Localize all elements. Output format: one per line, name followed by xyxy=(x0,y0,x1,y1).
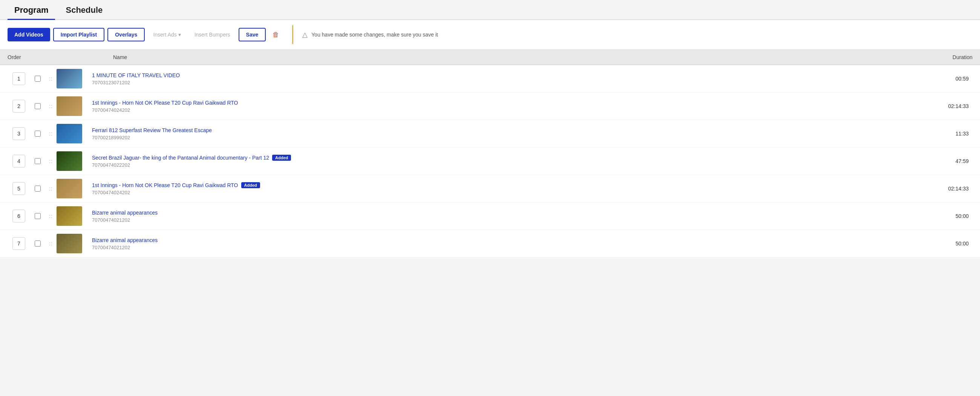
row-title-3[interactable]: Ferrari 812 Superfast Review The Greates… xyxy=(92,127,912,133)
thumbnail-image-1 xyxy=(57,69,82,89)
row-order-1: 1 xyxy=(8,72,30,85)
table-row: 5 :: 1st Innings - Horn Not OK Please T2… xyxy=(0,175,980,203)
thumbnail-5 xyxy=(57,179,82,198)
row-order-4: 4 xyxy=(8,155,30,168)
row-id-5: 70700474024202 xyxy=(92,190,912,195)
order-number: 5 xyxy=(13,182,25,195)
thumbnail-image-4 xyxy=(57,151,82,171)
tab-schedule[interactable]: Schedule xyxy=(59,0,109,20)
insert-bumpers-button[interactable]: Insert Bumpers xyxy=(189,29,235,41)
table-row: 1 :: 1 MINUTE OF ITALY TRAVEL VIDEO 7070… xyxy=(0,65,980,93)
row-order-5: 5 xyxy=(8,182,30,195)
add-videos-button[interactable]: Add Videos xyxy=(8,28,50,41)
row-title-6[interactable]: Bizarre animal appearances xyxy=(92,210,912,216)
thumbnail-image-3 xyxy=(57,124,82,143)
row-info-7: Bizarre animal appearances 7070047402120… xyxy=(87,237,912,250)
insert-ads-button[interactable]: Insert Ads ▾ xyxy=(148,29,186,41)
drag-handle-6[interactable]: :: xyxy=(45,213,57,219)
row-info-3: Ferrari 812 Superfast Review The Greates… xyxy=(87,127,912,140)
row-title-1[interactable]: 1 MINUTE OF ITALY TRAVEL VIDEO xyxy=(92,72,912,78)
drag-handle-3[interactable]: :: xyxy=(45,131,57,137)
tabs-container: Program Schedule xyxy=(0,0,980,20)
warning-icon: △ xyxy=(302,30,307,39)
overlays-button[interactable]: Overlays xyxy=(107,28,145,41)
row-duration-1: 00:59 xyxy=(912,76,972,82)
drag-handle-5[interactable]: :: xyxy=(45,185,57,192)
thumbnail-image-2 xyxy=(57,97,82,116)
row-checkbox-2[interactable] xyxy=(30,103,45,109)
row-duration-7: 50:00 xyxy=(912,241,972,247)
row-info-1: 1 MINUTE OF ITALY TRAVEL VIDEO 707031230… xyxy=(87,72,912,86)
drag-handle-4[interactable]: :: xyxy=(45,158,57,164)
row-order-6: 6 xyxy=(8,210,30,222)
row-title-4[interactable]: Secret Brazil Jaguar- the king of the Pa… xyxy=(92,155,912,161)
row-id-7: 70700474021202 xyxy=(92,245,912,250)
row-duration-3: 11:33 xyxy=(912,131,972,137)
col-header-order: Order xyxy=(8,54,53,60)
checkbox-2[interactable] xyxy=(35,103,41,109)
row-checkbox-4[interactable] xyxy=(30,158,45,164)
row-order-2: 2 xyxy=(8,100,30,112)
table-row: 7 :: Bizarre animal appearances 70700474… xyxy=(0,230,980,257)
table-row: 2 :: 1st Innings - Horn Not OK Please T2… xyxy=(0,93,980,120)
checkbox-1[interactable] xyxy=(35,76,41,82)
row-title-7[interactable]: Bizarre animal appearances xyxy=(92,237,912,243)
row-duration-2: 02:14:33 xyxy=(912,103,972,109)
order-number: 4 xyxy=(13,155,25,168)
badge-added: Added xyxy=(272,155,291,161)
drag-handle-1[interactable]: :: xyxy=(45,76,57,82)
badge-added: Added xyxy=(241,182,260,188)
thumbnail-image-5 xyxy=(57,179,82,198)
chevron-down-icon: ▾ xyxy=(178,32,181,38)
row-title-5[interactable]: 1st Innings - Horn Not OK Please T20 Cup… xyxy=(92,182,912,188)
row-duration-6: 50:00 xyxy=(912,213,972,219)
row-checkbox-3[interactable] xyxy=(30,131,45,137)
trash-icon: 🗑 xyxy=(272,31,279,38)
row-duration-4: 47:59 xyxy=(912,158,972,164)
table-body: 1 :: 1 MINUTE OF ITALY TRAVEL VIDEO 7070… xyxy=(0,65,980,257)
row-info-4: Secret Brazil Jaguar- the king of the Pa… xyxy=(87,155,912,168)
order-number: 2 xyxy=(13,100,25,112)
row-checkbox-6[interactable] xyxy=(30,213,45,219)
row-checkbox-5[interactable] xyxy=(30,185,45,192)
col-header-name: Name xyxy=(113,54,912,60)
toolbar-warning: △ You have made some changes, make sure … xyxy=(302,30,438,39)
row-id-2: 70700474024202 xyxy=(92,107,912,113)
order-number: 3 xyxy=(13,127,25,140)
checkbox-5[interactable] xyxy=(35,185,41,192)
row-title-2[interactable]: 1st Innings - Horn Not OK Please T20 Cup… xyxy=(92,100,912,106)
tab-program[interactable]: Program xyxy=(8,0,55,20)
drag-handle-7[interactable]: :: xyxy=(45,241,57,247)
col-header-duration: Duration xyxy=(912,54,972,60)
table-row: 6 :: Bizarre animal appearances 70700474… xyxy=(0,203,980,230)
order-number: 7 xyxy=(13,237,25,250)
row-checkbox-7[interactable] xyxy=(30,241,45,247)
thumbnail-1 xyxy=(57,69,82,89)
checkbox-4[interactable] xyxy=(35,158,41,164)
thumbnail-2 xyxy=(57,97,82,116)
toolbar: Add Videos Import Playlist Overlays Inse… xyxy=(0,20,980,50)
table-row: 4 :: Secret Brazil Jaguar- the king of t… xyxy=(0,147,980,175)
thumbnail-image-7 xyxy=(57,234,82,253)
delete-button[interactable]: 🗑 xyxy=(269,29,283,41)
save-button[interactable]: Save xyxy=(239,28,266,41)
row-id-3: 70700218999202 xyxy=(92,135,912,140)
row-info-2: 1st Innings - Horn Not OK Please T20 Cup… xyxy=(87,100,912,113)
table-header: Order Name Duration xyxy=(0,50,980,65)
row-info-6: Bizarre animal appearances 7070047402120… xyxy=(87,210,912,223)
row-checkbox-1[interactable] xyxy=(30,76,45,82)
row-id-6: 70700474021202 xyxy=(92,217,912,223)
row-order-7: 7 xyxy=(8,237,30,250)
checkbox-7[interactable] xyxy=(35,241,41,247)
order-number: 6 xyxy=(13,210,25,222)
thumbnail-6 xyxy=(57,206,82,226)
checkbox-6[interactable] xyxy=(35,213,41,219)
order-number: 1 xyxy=(13,72,25,85)
drag-handle-2[interactable]: :: xyxy=(45,103,57,109)
thumbnail-image-6 xyxy=(57,206,82,226)
warning-text: You have made some changes, make sure yo… xyxy=(311,32,438,38)
thumbnail-4 xyxy=(57,151,82,171)
row-order-3: 3 xyxy=(8,127,30,140)
import-playlist-button[interactable]: Import Playlist xyxy=(53,28,104,41)
checkbox-3[interactable] xyxy=(35,131,41,137)
